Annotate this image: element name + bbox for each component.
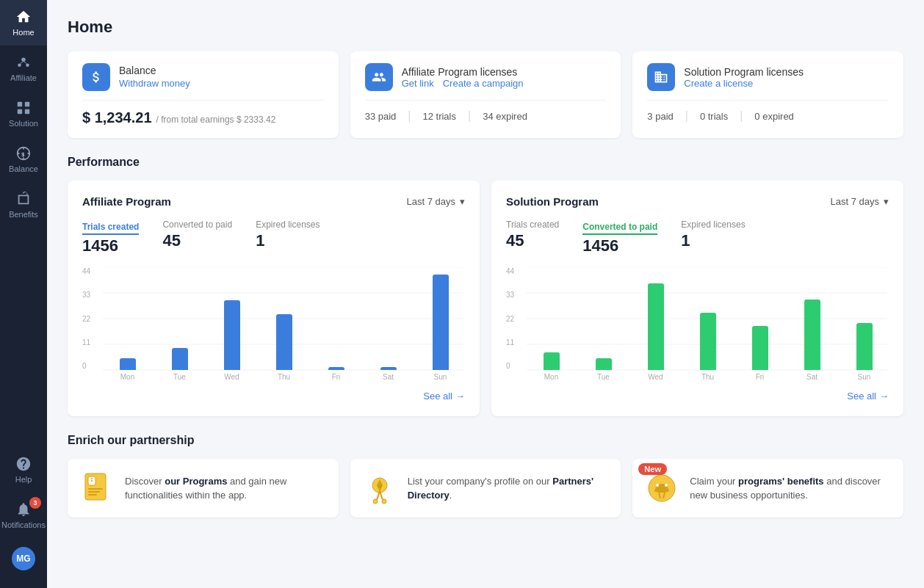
benefits-icon-wrapper: New [644, 471, 679, 506]
summary-cards: Balance Withdraw money $ 1,234.21 / from… [68, 51, 903, 138]
sidebar-label-solution: Solution [9, 119, 38, 128]
svg-rect-4 [25, 102, 29, 106]
sidebar-bottom: Help 3 Notifications MG [0, 447, 47, 588]
enrich-title: Enrich our partnership [68, 434, 903, 447]
affiliate-card-header: Affiliate Program licenses Get link Crea… [365, 63, 607, 101]
solution-metric-converted[interactable]: Converted to paid 1456 [582, 219, 657, 255]
svg-rect-6 [25, 109, 29, 114]
solution-chart: 44 33 22 11 0 Mon T [506, 267, 889, 385]
svg-point-26 [373, 499, 378, 504]
sidebar-label-help: Help [15, 475, 32, 484]
affiliate-see-all[interactable]: See all → [82, 391, 465, 402]
sidebar-item-notifications[interactable]: 3 Notifications [0, 493, 47, 538]
new-badge: New [638, 463, 667, 475]
affiliate-expired-label: Expired licenses [256, 219, 320, 230]
affiliate-links: Get link Create a campaign [402, 78, 524, 89]
balance-title: Balance [119, 65, 190, 76]
svg-point-30 [665, 484, 668, 487]
affiliate-metric-trials[interactable]: Trials created 1456 [82, 219, 139, 255]
chevron-down-icon: ▾ [460, 196, 465, 207]
affiliate-card-info: Affiliate Program licenses Get link Crea… [402, 66, 524, 89]
create-license-link[interactable]: Create a license [684, 78, 753, 89]
affiliate-metric-converted[interactable]: Converted to paid 45 [162, 219, 232, 255]
sidebar-avatar[interactable]: MG [0, 538, 47, 588]
balance-body: $ 1,234.21 / from total earnings $ 2333.… [82, 109, 324, 126]
programs-icon [79, 471, 115, 506]
svg-rect-3 [18, 102, 22, 106]
solution-expired-label: Expired licenses [681, 219, 745, 230]
solution-converted-value: 1456 [582, 236, 657, 255]
sidebar-label-benefits: Benefits [9, 210, 38, 219]
affiliate-metric-expired[interactable]: Expired licenses 1 [256, 219, 320, 255]
affiliate-expired: 34 expired [483, 111, 527, 122]
sidebar: Home Affiliate Solution $ Balance Benefi… [0, 0, 47, 588]
solution-title: Solution Program licenses [684, 66, 804, 78]
solution-metric-expired[interactable]: Expired licenses 1 [681, 219, 745, 255]
svg-point-27 [382, 499, 386, 504]
affiliate-stats: 33 paid | 12 trials | 34 expired [365, 109, 607, 123]
solution-links: Create a license [684, 78, 804, 89]
affiliate-metrics: Trials created 1456 Converted to paid 45… [82, 219, 465, 255]
enrich-card-partners[interactable]: List your company's profile on our Partn… [350, 459, 621, 518]
arrow-right-icon: → [879, 391, 889, 402]
create-campaign-link[interactable]: Create a campaign [443, 78, 524, 89]
solution-perf-card: Solution Program Last 7 days ▾ Trials cr… [491, 181, 903, 416]
affiliate-trials-value: 1456 [82, 236, 139, 255]
affiliate-converted-value: 45 [162, 231, 232, 250]
svg-rect-23 [88, 491, 100, 493]
enrich-cards: Discover our Programs and gain new funct… [68, 459, 903, 518]
affiliate-card: Affiliate Program licenses Get link Crea… [350, 51, 621, 138]
sidebar-item-balance[interactable]: $ Balance [0, 137, 47, 182]
svg-point-2 [26, 63, 29, 67]
solution-expired-value: 1 [681, 231, 745, 250]
enrich-card-programs[interactable]: Discover our Programs and gain new funct… [68, 459, 339, 518]
solution-trials-label: Trials created [506, 219, 559, 230]
sidebar-item-benefits[interactable]: Benefits [0, 182, 47, 228]
solution-see-all[interactable]: See all → [506, 391, 889, 402]
solution-converted-label: Converted to paid [582, 222, 657, 235]
svg-rect-22 [88, 488, 103, 490]
withdraw-money-link[interactable]: Withdraw money [119, 78, 190, 89]
balance-card-header: Balance Withdraw money [82, 63, 324, 101]
svg-point-0 [21, 58, 26, 62]
svg-text:$: $ [21, 151, 24, 158]
affiliate-trials: 12 trials [422, 111, 456, 122]
solution-perf-title: Solution Program [506, 195, 599, 208]
solution-metric-trials[interactable]: Trials created 45 [506, 219, 559, 255]
balance-card-info: Balance Withdraw money [119, 65, 190, 90]
sidebar-label-affiliate: Affiliate [10, 73, 37, 82]
svg-rect-24 [88, 494, 97, 496]
get-link-link[interactable]: Get link [402, 78, 434, 89]
affiliate-perf-title: Affiliate Program [82, 195, 171, 208]
sidebar-item-help[interactable]: Help [0, 447, 47, 493]
solution-expired: 0 expired [754, 111, 793, 122]
sidebar-item-solution[interactable]: Solution [0, 91, 47, 137]
solution-trials: 0 trials [700, 111, 728, 122]
solution-stats: 3 paid | 0 trials | 0 expired [647, 109, 889, 123]
benefits-icon [644, 471, 679, 506]
chevron-down-icon: ▾ [884, 196, 889, 207]
affiliate-perf-card: Affiliate Program Last 7 days ▾ Trials c… [68, 181, 480, 416]
solution-card: Solution Program licenses Create a licen… [632, 51, 903, 138]
solution-card-info: Solution Program licenses Create a licen… [684, 66, 804, 89]
affiliate-perf-header: Affiliate Program Last 7 days ▾ [82, 195, 465, 208]
sidebar-item-affiliate[interactable]: Affiliate [0, 46, 47, 91]
affiliate-period-selector[interactable]: Last 7 days ▾ [407, 196, 466, 207]
svg-point-1 [18, 63, 21, 67]
arrow-right-icon: → [455, 391, 465, 402]
sidebar-item-home[interactable]: Home [0, 0, 47, 46]
performance-title: Performance [68, 156, 903, 169]
user-avatar: MG [12, 547, 35, 570]
solution-period-selector[interactable]: Last 7 days ▾ [831, 196, 889, 207]
affiliate-expired-value: 1 [256, 231, 320, 250]
affiliate-title: Affiliate Program licenses [402, 66, 524, 78]
balance-icon [82, 63, 110, 91]
solution-period-label: Last 7 days [831, 196, 880, 207]
enrich-programs-text: Discover our Programs and gain new funct… [125, 474, 327, 503]
partners-icon [362, 471, 397, 506]
main-content: Home Balance Withdraw money $ 1,234.21 /… [47, 0, 924, 588]
solution-icon [647, 63, 675, 91]
solution-card-header: Solution Program licenses Create a licen… [647, 63, 889, 101]
affiliate-chart: 44 33 22 11 0 Mon T [82, 267, 465, 385]
enrich-card-benefits[interactable]: New Claim your programs' benefits and di… [632, 459, 903, 518]
